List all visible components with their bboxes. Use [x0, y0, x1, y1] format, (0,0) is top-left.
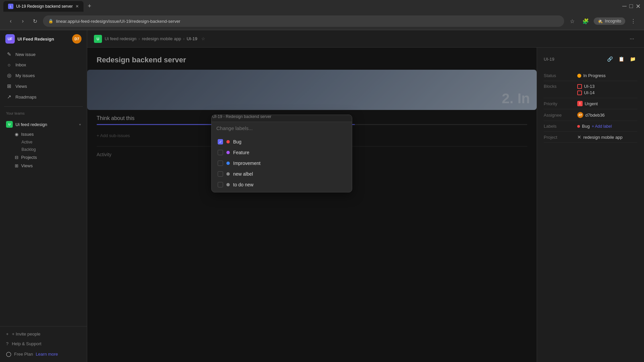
dropdown-item-new-albel[interactable]: new albel: [214, 169, 349, 179]
team-section: U Ui feed redesign ▾ ◉ Issues Active Bac…: [0, 117, 87, 171]
menu-btn[interactable]: ⋮: [628, 16, 639, 26]
sidebar-item-projects[interactable]: ⊟ Projects: [8, 153, 82, 162]
bug-checkbox[interactable]: [218, 139, 223, 144]
sidebar-item-inbox[interactable]: ○ Inbox: [3, 60, 84, 70]
app-container: UF UI Feed Redesign D7 ✎ New issue ○ Inb…: [0, 30, 644, 362]
feature-checkbox[interactable]: [218, 150, 223, 155]
to-do-new-label: to do new: [233, 182, 254, 187]
incognito-btn[interactable]: 🕵 Incognito: [594, 17, 625, 25]
project-text: redesign mobile app: [583, 135, 623, 140]
star-icon[interactable]: ☆: [201, 36, 205, 41]
sidebar-item-new-issue[interactable]: ✎ New issue: [3, 49, 84, 60]
tab-close-btn[interactable]: ✕: [75, 4, 79, 9]
address-bar[interactable]: 🔒 linear.app/ui-feed-redesign/issue/UI-1…: [43, 15, 564, 27]
status-value[interactable]: In Progress: [577, 73, 605, 78]
sidebar-item-roadmaps[interactable]: ↗ Roadmaps: [3, 92, 84, 102]
status-dot: [577, 74, 581, 78]
improvement-checkbox[interactable]: [218, 161, 223, 166]
help-icon: ?: [6, 341, 8, 346]
more-options-btn[interactable]: ···: [627, 34, 637, 44]
dropdown-item-feature[interactable]: Feature: [214, 147, 349, 158]
sidebar-item-views2[interactable]: ⊞ Views: [8, 162, 82, 170]
project-value[interactable]: ✕ redesign mobile app: [577, 134, 623, 140]
project-icon-sm: ✕: [577, 134, 581, 140]
dropdown-item-improvement[interactable]: Improvement: [214, 158, 349, 169]
block-id-1: UI-13: [584, 84, 595, 89]
feature-label: Feature: [233, 150, 249, 155]
team-header[interactable]: U Ui feed redesign ▾: [3, 119, 84, 130]
sidebar-nav: ✎ New issue ○ Inbox ◎ My issues ⊞ Views …: [0, 48, 87, 104]
sidebar-item-my-issues[interactable]: ◎ My issues: [3, 70, 84, 81]
sidebar-item-views[interactable]: ⊞ Views: [3, 81, 84, 92]
dropdown-item-to-do-new[interactable]: to do new: [214, 179, 349, 190]
assignee-row: Assignee d7 d7bdeb36: [544, 109, 637, 121]
priority-icon: !: [577, 101, 583, 106]
improvement-color-dot: [226, 162, 230, 165]
assignee-avatar: d7: [577, 112, 583, 118]
browser-chrome: L UI-19 Redesign backend server ✕ + ─ □ …: [0, 0, 644, 30]
workspace-info[interactable]: UF UI Feed Redesign: [5, 34, 69, 44]
close-btn[interactable]: ✕: [636, 3, 641, 10]
dropdown-overlay[interactable]: [87, 48, 537, 362]
free-plan-section: ◯ Free Plan Learn more: [3, 349, 84, 359]
projects-label: Projects: [21, 155, 37, 160]
workspace-avatar: UF: [5, 34, 15, 44]
active-tab[interactable]: L UI-19 Redesign backend server ✕: [3, 1, 84, 12]
views2-label: Views: [21, 163, 33, 168]
invite-people-btn[interactable]: + + Invite people: [3, 329, 84, 339]
dropdown-item-bug[interactable]: Bug: [214, 136, 349, 147]
free-plan-icon: ◯: [6, 351, 11, 357]
maximize-btn[interactable]: □: [629, 3, 633, 10]
new-albel-color-dot: [226, 172, 230, 176]
to-do-new-checkbox[interactable]: [218, 182, 223, 187]
breadcrumb-issue-id: UI-19: [186, 36, 197, 41]
breadcrumb-subproject[interactable]: redesign mobile app: [142, 36, 181, 41]
back-btn[interactable]: ‹: [5, 16, 16, 26]
labels-label: Labels: [544, 124, 577, 129]
labels-value[interactable]: Bug + Add label: [577, 124, 612, 129]
new-albel-checkbox[interactable]: [218, 171, 223, 177]
copy-btn[interactable]: 📋: [616, 54, 626, 64]
assignee-label: Assignee: [544, 113, 577, 118]
learn-more-link[interactable]: Learn more: [36, 352, 58, 357]
priority-value[interactable]: ! Urgent: [577, 101, 598, 106]
header-actions: ···: [627, 34, 637, 44]
sidebar-item-backlog[interactable]: Backlog: [8, 146, 82, 153]
roadmaps-icon: ↗: [6, 94, 12, 100]
labels-text: Bug: [582, 124, 590, 129]
sidebar-item-issues[interactable]: ◉ Issues: [8, 130, 82, 138]
forward-btn[interactable]: ›: [17, 16, 28, 26]
labels-dropdown: UI-19 - Redesign backend server Bug: [211, 115, 352, 192]
team-avatar: U: [6, 121, 13, 128]
help-support-btn[interactable]: ? Help & Support: [3, 339, 84, 349]
add-label-btn[interactable]: + Add label: [592, 124, 612, 129]
sidebar-header: UF UI Feed Redesign D7: [0, 30, 87, 48]
user-avatar[interactable]: D7: [72, 34, 82, 44]
priority-label: Priority: [544, 101, 577, 106]
extension-btn[interactable]: 🧩: [580, 16, 591, 26]
new-issue-icon: ✎: [6, 51, 12, 57]
assignee-text: d7bdeb36: [585, 113, 605, 118]
project-label: Project: [544, 135, 577, 140]
new-issue-label: New issue: [15, 52, 36, 57]
breadcrumb-project[interactable]: Ui feed redesign: [105, 36, 137, 41]
active-label: Active: [21, 140, 33, 144]
to-do-new-color-dot: [226, 183, 230, 186]
free-plan-label: Free Plan: [14, 352, 33, 357]
archive-btn[interactable]: 📁: [628, 54, 637, 64]
sidebar-item-active[interactable]: Active: [8, 138, 82, 146]
block-item-ui13[interactable]: UI-13: [577, 84, 595, 89]
refresh-btn[interactable]: ↻: [30, 16, 40, 26]
my-issues-icon: ◎: [6, 72, 12, 78]
link-btn[interactable]: 🔗: [605, 54, 614, 64]
new-tab-button[interactable]: +: [85, 2, 94, 11]
projects-icon: ⊟: [15, 155, 18, 160]
bookmark-btn[interactable]: ☆: [567, 16, 578, 26]
block-item-ui14[interactable]: UI-14: [577, 90, 595, 95]
help-label: Help & Support: [12, 341, 41, 346]
minimize-btn[interactable]: ─: [622, 3, 627, 10]
workspace-name: UI Feed Redesign: [17, 37, 54, 42]
backlog-label: Backlog: [21, 147, 36, 152]
assignee-value[interactable]: d7 d7bdeb36: [577, 112, 605, 118]
dropdown-search-input[interactable]: [216, 125, 347, 131]
